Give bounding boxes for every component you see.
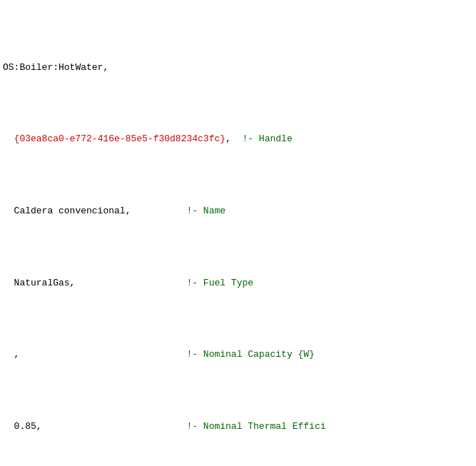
code-text: , !- Nominal Capacity {W} (3, 348, 315, 362)
line-2[interactable]: {03ea8ca0-e772-416e-85e5-f30d8234c3fc}, … (0, 132, 476, 146)
code-text: OS:Boiler:HotWater, (3, 61, 108, 75)
editor-container: OS:Boiler:HotWater, {03ea8ca0-e772-416e-… (0, 0, 476, 466)
line-4[interactable]: NaturalGas, !- Fuel Type (0, 276, 476, 290)
line-3[interactable]: Caldera convencional, !- Name (0, 204, 476, 218)
code-text: Caldera convencional, !- Name (3, 204, 226, 218)
code-text: 0.85, !- Nominal Thermal Effici (3, 420, 326, 434)
code-area[interactable]: OS:Boiler:HotWater, {03ea8ca0-e772-416e-… (0, 0, 476, 466)
line-6[interactable]: 0.85, !- Nominal Thermal Effici (0, 420, 476, 434)
line-1[interactable]: OS:Boiler:HotWater, (0, 61, 476, 75)
line-5[interactable]: , !- Nominal Capacity {W} (0, 348, 476, 362)
code-text: {03ea8ca0-e772-416e-85e5-f30d8234c3fc}, … (3, 132, 293, 146)
code-text: NaturalGas, !- Fuel Type (3, 276, 253, 290)
